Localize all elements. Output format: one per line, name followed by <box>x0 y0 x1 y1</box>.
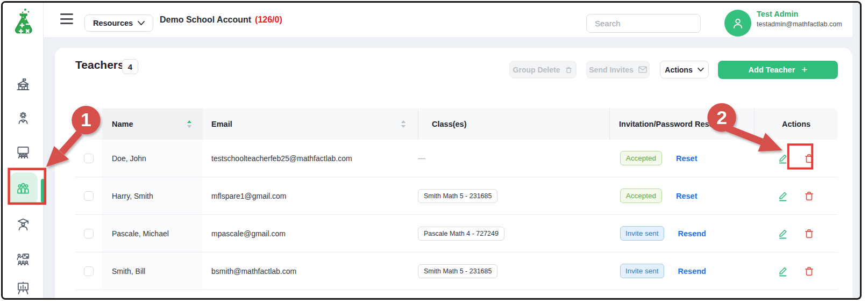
teacher-email: bsmith@mathfactlab.com <box>211 267 296 276</box>
delete-trash-icon <box>803 153 815 164</box>
sidebar-item-classes[interactable] <box>3 137 44 168</box>
account-limits: (126/0) <box>255 15 282 25</box>
send-invites-label: Send Invites <box>589 66 633 74</box>
delete-teacher-button[interactable] <box>802 189 816 203</box>
teacher-email: mflspare1@gmail.com <box>211 192 286 200</box>
resources-button[interactable]: Resources <box>84 15 153 32</box>
search-box <box>586 14 701 33</box>
user-name: Test Admin <box>757 9 842 20</box>
teacher-name: Doe, John <box>112 154 146 163</box>
teacher-classes: Smith Math 5 - 231685 <box>418 177 609 214</box>
class-chip: Smith Math 5 - 231685 <box>418 189 497 203</box>
account-title: Demo School Account (126/0) <box>160 3 282 37</box>
edit-teacher-button[interactable] <box>776 151 790 165</box>
header-invitation-label: Invitation/Password Reset <box>619 120 716 128</box>
trash-icon <box>565 66 573 74</box>
invitation-action-link[interactable]: Resend <box>678 267 706 276</box>
graduate-student-icon <box>15 217 31 233</box>
sidebar-item-teachers[interactable] <box>3 172 44 205</box>
row-checkbox[interactable] <box>84 266 94 276</box>
chevron-down-icon <box>698 68 704 72</box>
edit-pencil-icon <box>778 190 788 201</box>
invitation-action-link[interactable]: Reset <box>676 154 698 163</box>
edit-pencil-icon <box>778 228 788 239</box>
send-invites-button[interactable]: Send Invites <box>586 61 650 78</box>
envelope-icon <box>638 66 647 73</box>
sort-icon[interactable] <box>401 120 406 128</box>
sidebar-item-instruction[interactable] <box>3 245 44 275</box>
sidebar-item-reports[interactable] <box>3 274 44 300</box>
edit-teacher-button[interactable] <box>776 189 790 203</box>
row-checkbox[interactable] <box>84 229 94 238</box>
sidebar-item-school[interactable] <box>3 70 44 100</box>
teacher-name: Smith, Bill <box>112 267 145 276</box>
header-checkbox-column <box>75 108 102 140</box>
school-icon <box>15 77 31 93</box>
teacher-count-badge: 4 <box>122 59 138 74</box>
table-header: Name Email Class(es) Invitation/Password… <box>75 108 838 140</box>
edit-teacher-button[interactable] <box>776 264 790 278</box>
add-teacher-label: Add Teacher <box>749 66 795 74</box>
actions-label: Actions <box>665 66 692 74</box>
status-badge: Invite sent <box>620 226 664 241</box>
person-icon <box>730 16 745 31</box>
app-window: Resources Demo School Account (126/0) Te… <box>1 1 862 300</box>
table-body: Doe, John testschoolteacherfeb25@mathfac… <box>75 140 838 290</box>
search-input[interactable] <box>587 19 706 28</box>
edit-teacher-button[interactable] <box>776 227 790 241</box>
user-email: testadmin@mathfactlab.com <box>757 20 842 29</box>
status-badge: Invite sent <box>620 264 664 278</box>
hamburger-menu-icon[interactable] <box>60 13 73 24</box>
invitation-action-link[interactable]: Reset <box>676 192 698 200</box>
group-delete-label: Group Delete <box>513 66 560 74</box>
delete-teacher-button[interactable] <box>802 264 816 278</box>
teacher-name: Harry, Smith <box>112 192 153 200</box>
teacher-classes: Pascale Math 4 - 727249 <box>418 215 609 252</box>
page-title: Teachers <box>75 59 124 71</box>
classroom-board-icon <box>15 144 31 161</box>
reports-chart-icon <box>15 281 31 297</box>
header-email[interactable]: Email <box>203 108 418 140</box>
topbar: Resources Demo School Account (126/0) Te… <box>44 3 852 37</box>
sidebar-item-admins[interactable] <box>3 104 44 134</box>
delete-teacher-button[interactable] <box>802 151 816 165</box>
row-checkbox[interactable] <box>84 191 94 201</box>
header-classes: Class(es) <box>418 108 609 140</box>
admin-user-icon <box>15 111 31 127</box>
invitation-action-link[interactable]: Resend <box>678 229 706 238</box>
chevron-down-icon <box>138 21 145 26</box>
header-classes-label: Class(es) <box>432 120 466 128</box>
header-actions: Actions <box>754 108 838 140</box>
add-teacher-button[interactable]: Add Teacher + <box>718 61 838 79</box>
teacher-email: mpascale@gmail.com <box>211 229 286 238</box>
header-name[interactable]: Name <box>102 108 203 140</box>
teachers-panel: Teachers 4 Group Delete Send Invites Act… <box>55 48 852 300</box>
actions-button[interactable]: Actions <box>660 61 709 78</box>
mathfactlab-logo-icon[interactable] <box>9 8 38 39</box>
sidebar-item-students[interactable] <box>3 210 44 240</box>
no-class-dash: — <box>418 154 425 163</box>
header-invitation: Invitation/Password Reset <box>609 108 754 140</box>
table-row: Pascale, Michael mpascale@gmail.com Pasc… <box>75 215 838 252</box>
row-checkbox[interactable] <box>84 154 94 163</box>
teacher-classes: Smith Math 5 - 231685 <box>418 252 609 289</box>
sort-icon[interactable] <box>187 120 192 128</box>
teacher-classes: — <box>418 140 609 177</box>
table-row: Doe, John testschoolteacherfeb25@mathfac… <box>75 140 838 177</box>
table-row: Harry, Smith mflspare1@gmail.com Smith M… <box>75 177 838 215</box>
table-row: Smith, Bill bsmith@mathfactlab.com Smith… <box>75 252 838 290</box>
class-chip: Pascale Math 4 - 727249 <box>418 227 504 241</box>
class-chip: Smith Math 5 - 231685 <box>418 264 497 278</box>
delete-teacher-button[interactable] <box>802 227 816 241</box>
resources-label: Resources <box>93 19 133 27</box>
teacher-email: testschoolteacherfeb25@mathfactlab.com <box>211 154 352 163</box>
edit-pencil-icon <box>778 265 788 277</box>
header-actions-label: Actions <box>782 120 810 128</box>
sidebar-active-tab <box>41 179 45 202</box>
user-avatar[interactable] <box>724 10 751 37</box>
teachers-group-icon <box>15 180 31 197</box>
user-menu[interactable]: Test Admin testadmin@mathfactlab.com <box>757 9 842 28</box>
group-delete-button[interactable]: Group Delete <box>509 61 577 78</box>
edit-pencil-icon <box>778 153 788 164</box>
sidebar <box>3 3 44 298</box>
